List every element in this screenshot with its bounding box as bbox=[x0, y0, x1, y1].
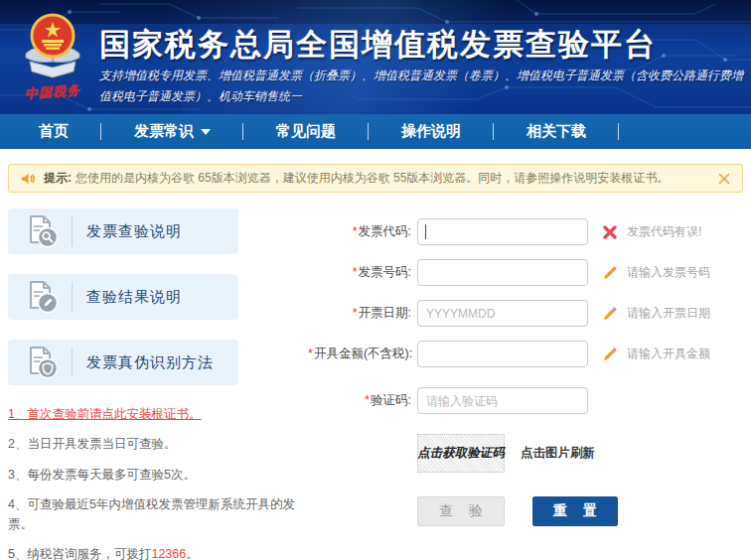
logo-script-text: 中国税务 bbox=[13, 80, 91, 103]
nav-item-home[interactable]: 首页 bbox=[6, 114, 101, 149]
nav-item-invoice-knowledge[interactable]: 发票常识 bbox=[101, 114, 243, 149]
taxation-logo: 中国税务 bbox=[14, 10, 91, 107]
text-caret bbox=[425, 224, 426, 239]
note-five-years: 4、可查验最近5年内增值税发票管理新系统开具的发票。 bbox=[8, 495, 306, 534]
note-same-day: 2、当日开具发票当日可查验。 bbox=[8, 435, 306, 454]
usage-notes: 1、首次查验前请点此安装根证书。 2、当日开具发票当日可查验。 3、每份发票每天… bbox=[8, 405, 306, 560]
invoice-date-input[interactable] bbox=[417, 300, 588, 327]
invoice-number-label: *发票号码: bbox=[308, 264, 411, 281]
invoice-check-form: *发票代码: 发票代码有误! *发票号码: bbox=[308, 209, 743, 560]
browser-notice-bar: 提示: 您使用的是内核为谷歌 65版本浏览器，建议使用内核为谷歌 55版本浏览器… bbox=[8, 164, 743, 193]
invoice-number-hint: 请输入发票号码 bbox=[602, 264, 710, 281]
required-mark: * bbox=[308, 347, 313, 360]
taxation-emblem-icon bbox=[16, 10, 89, 83]
required-mark: * bbox=[353, 224, 358, 238]
sidebar-card-label: 查验结果说明 bbox=[86, 288, 182, 307]
authenticity-shield-icon bbox=[24, 345, 60, 380]
nav-item-label: 首页 bbox=[39, 122, 69, 141]
edit-pencil-icon bbox=[602, 347, 618, 362]
captcha-image-row: 点击获取验证码 点击图片刷新 bbox=[417, 434, 743, 473]
invoice-date-input-wrap bbox=[417, 300, 588, 327]
main-nav: 首页 发票常识 常见问题 操作说明 相关下载 bbox=[0, 114, 751, 149]
label-text: 发票代码: bbox=[359, 224, 411, 238]
sidebar-item-invoice-check-instructions[interactable]: 发票查验说明 bbox=[8, 209, 238, 254]
label-text: 开具金额(不含税): bbox=[314, 347, 412, 360]
invoice-code-hint: 发票代码有误! bbox=[602, 223, 701, 240]
invoice-date-label: *开票日期: bbox=[308, 305, 411, 322]
sidebar-item-authenticity-identification[interactable]: 发票真伪识别方法 bbox=[8, 340, 238, 385]
invoice-code-label: *发票代码: bbox=[308, 223, 411, 240]
check-button[interactable]: 查 验 bbox=[417, 496, 505, 526]
hint-text: 请输入开票日期 bbox=[627, 305, 710, 322]
amount-hint: 请输入开具金额 bbox=[602, 346, 710, 362]
sidebar-item-check-result-instructions[interactable]: 查验结果说明 bbox=[8, 274, 238, 320]
note-hotline: 5、纳税咨询服务，可拨打12366。 bbox=[8, 545, 306, 560]
amount-label: *开具金额(不含税): bbox=[308, 346, 411, 362]
nav-item-downloads[interactable]: 相关下载 bbox=[494, 114, 619, 149]
card-divider bbox=[72, 282, 73, 312]
nav-item-label: 相关下载 bbox=[526, 122, 586, 141]
captcha-input[interactable] bbox=[417, 387, 588, 414]
result-edit-icon bbox=[24, 279, 60, 315]
amount-input-wrap bbox=[417, 341, 588, 367]
reset-button[interactable]: 重 置 bbox=[532, 496, 618, 526]
captcha-label: *验证码: bbox=[308, 392, 411, 409]
form-row-amount: *开具金额(不含税): 请输入开具金额 bbox=[308, 341, 743, 367]
captcha-refresh-link[interactable]: 点击图片刷新 bbox=[521, 445, 595, 462]
edit-pencil-icon bbox=[602, 265, 618, 281]
captcha-input-wrap bbox=[417, 387, 588, 414]
hint-text: 请输入发票号码 bbox=[627, 264, 710, 281]
label-text: 发票号码: bbox=[359, 265, 411, 279]
hotline-number: 12366 bbox=[151, 547, 186, 560]
speaker-icon bbox=[21, 172, 36, 186]
nav-item-label: 操作说明 bbox=[401, 122, 461, 141]
label-text: 开票日期: bbox=[359, 306, 411, 320]
edit-pencil-icon bbox=[602, 306, 618, 322]
note-hotline-suffix: 。 bbox=[186, 547, 199, 560]
note-five-times: 3、每份发票每天最多可查验5次。 bbox=[8, 466, 306, 485]
invoice-number-input[interactable] bbox=[417, 259, 588, 286]
invoice-number-input-wrap bbox=[417, 259, 588, 286]
captcha-image-placeholder[interactable]: 点击获取验证码 bbox=[417, 434, 505, 473]
label-text: 验证码: bbox=[371, 393, 411, 407]
main-content: 发票查验说明 查验结果说明 发票 bbox=[0, 193, 751, 560]
nav-item-label: 发票常识 bbox=[134, 122, 194, 141]
header-banner: 中国税务 国家税务总局全国增值税发票查验平台 支持增值税专用发票、增值税普通发票… bbox=[0, 0, 751, 114]
error-cross-icon bbox=[602, 224, 618, 240]
nav-item-faq[interactable]: 常见问题 bbox=[243, 114, 369, 149]
form-row-captcha-input: *验证码: bbox=[308, 387, 743, 414]
sidebar-card-label: 发票真伪识别方法 bbox=[86, 353, 214, 372]
close-icon[interactable] bbox=[718, 173, 730, 185]
chevron-down-icon bbox=[201, 129, 211, 135]
card-divider bbox=[72, 216, 73, 246]
required-mark: * bbox=[353, 306, 358, 320]
nav-item-instructions[interactable]: 操作说明 bbox=[369, 114, 494, 149]
hint-text: 发票代码有误! bbox=[627, 223, 701, 240]
required-mark: * bbox=[353, 265, 358, 279]
hint-text: 请输入开具金额 bbox=[627, 346, 710, 362]
invoice-date-hint: 请输入开票日期 bbox=[602, 305, 710, 322]
captcha-box-text: 点击获取验证码 bbox=[417, 445, 505, 462]
invoice-code-input[interactable] bbox=[417, 218, 588, 245]
card-divider bbox=[72, 348, 73, 377]
amount-input[interactable] bbox=[417, 341, 588, 367]
nav-item-label: 常见问题 bbox=[276, 122, 336, 141]
form-buttons: 查 验 重 置 bbox=[417, 496, 743, 526]
required-mark: * bbox=[365, 393, 370, 407]
sidebar-card-label: 发票查验说明 bbox=[86, 222, 182, 241]
form-row-invoice-date: *开票日期: 请输入开票日期 bbox=[308, 300, 743, 327]
page-title: 国家税务总局全国增值税发票查验平台 bbox=[99, 24, 657, 66]
note-hotline-prefix: 5、纳税咨询服务，可拨打 bbox=[8, 547, 151, 560]
sidebar: 发票查验说明 查验结果说明 发票 bbox=[8, 209, 308, 560]
notice-text: 您使用的是内核为谷歌 65版本浏览器，建议使用内核为谷歌 55版本浏览器。同时，… bbox=[75, 170, 669, 187]
page-subtitle: 支持增值税专用发票、增值税普通发票（折叠票）、增值税普通发票（卷票）、增值税电子… bbox=[99, 66, 743, 107]
form-row-invoice-number: *发票号码: 请输入发票号码 bbox=[308, 259, 743, 286]
note-install-certificate: 1、首次查验前请点此安装根证书。 bbox=[8, 405, 306, 424]
invoice-code-input-wrap bbox=[417, 218, 588, 245]
invoice-search-icon bbox=[24, 213, 60, 249]
form-row-invoice-code: *发票代码: 发票代码有误! bbox=[308, 218, 743, 245]
install-root-certificate-link[interactable]: 1、首次查验前请点此安装根证书。 bbox=[8, 407, 201, 421]
notice-prefix: 提示: bbox=[44, 170, 72, 187]
